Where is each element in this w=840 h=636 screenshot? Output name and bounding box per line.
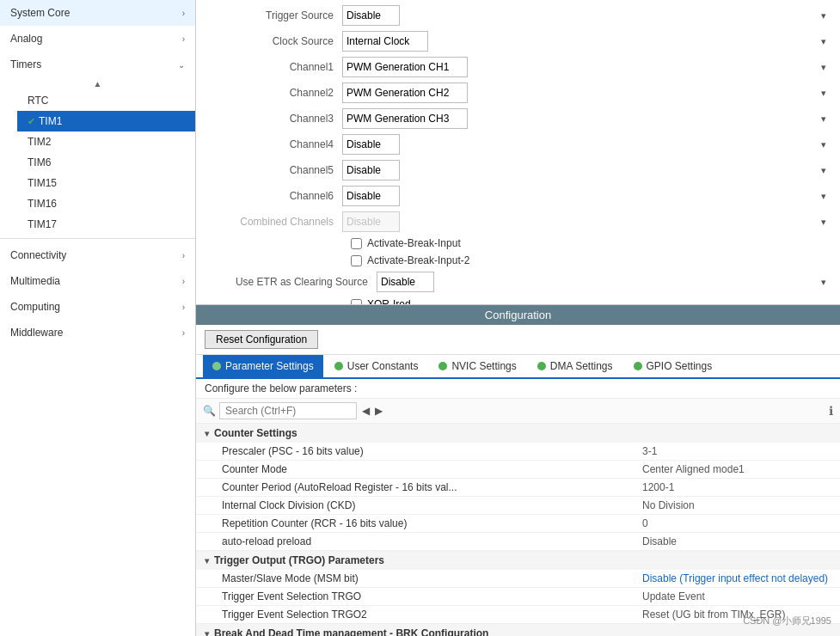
check-icon: ✔ [28,116,35,127]
use-etr-select-wrapper: Disable [377,272,831,292]
configuration-toolbar: Reset Configuration [196,325,840,355]
tab-dma-settings[interactable]: DMA Settings [528,355,622,377]
tab-label-nvic-settings: NVIC Settings [451,360,516,372]
channel4-select[interactable]: Disable [342,134,400,155]
channel1-select[interactable]: PWM Generation CH1 [342,57,468,77]
clock-source-select[interactable]: Internal Clock [342,31,428,52]
collapse-icon-trgo: ▾ [205,556,209,566]
sidebar-item-middleware[interactable]: Middleware › [0,320,195,346]
channel2-select[interactable]: PWM Generation CH2 [342,83,468,103]
chevron-down-icon: ⌄ [178,60,185,70]
chevron-right-icon: › [182,9,185,18]
param-row-counter-period: Counter Period (AutoReload Register - 16… [196,479,840,497]
timers-collapse-arrow[interactable]: ▲ [0,77,195,90]
tab-parameter-settings[interactable]: Parameter Settings [203,355,323,377]
counter-settings-header[interactable]: ▾ Counter Settings [196,424,840,443]
sidebar-item-tim15[interactable]: TIM15 [17,173,195,193]
param-value-ckd: No Division [642,499,831,511]
nav-prev-button[interactable]: ◀ [362,405,370,417]
channel4-row: Channel4 Disable [205,134,831,155]
param-row-trgo: Trigger Event Selection TRGO Update Even… [196,588,840,606]
counter-settings-group: ▾ Counter Settings Prescaler (PSC - 16 b… [196,424,840,551]
channel1-row: Channel1 PWM Generation CH1 [205,57,831,77]
param-name-prescaler: Prescaler (PSC - 16 bits value) [222,445,642,457]
param-value-rcr: 0 [642,517,831,529]
sidebar-item-connectivity[interactable]: Connectivity › [0,242,195,268]
sidebar-item-tim1[interactable]: ✔ TIM1 [17,111,195,131]
rtc-label: RTC [28,95,48,107]
tim16-label: TIM16 [28,198,57,210]
tab-icon-gpio-settings [634,362,642,370]
channel5-select-wrapper: Disable [342,160,831,180]
sidebar-item-tim17[interactable]: TIM17 [17,214,195,235]
reset-configuration-button[interactable]: Reset Configuration [205,330,318,349]
partial-row: XOR-Ired... [205,297,831,305]
divider [0,238,195,239]
sidebar-item-analog[interactable]: Analog › [0,26,195,52]
channel5-row: Channel5 Disable [205,160,831,180]
trigger-output-header[interactable]: ▾ Trigger Output (TRGO) Parameters [196,551,840,570]
param-row-rcr: Repetition Counter (RCR - 16 bits value)… [196,515,840,533]
channel4-select-wrapper: Disable [342,134,831,155]
param-name-rcr: Repetition Counter (RCR - 16 bits value) [222,517,642,529]
clock-source-select-wrapper: Internal Clock [342,31,831,52]
parameters-area: Configure the below parameters : 🔍 ◀ ▶ ℹ… [196,379,840,636]
chevron-right-icon: › [182,251,185,260]
sidebar-item-system-core[interactable]: System Core › [0,0,195,26]
partial-label: XOR-Ired... [367,298,420,305]
activate-break-input-2-checkbox[interactable] [351,255,362,266]
param-name-counter-mode: Counter Mode [222,463,642,475]
sidebar-item-computing[interactable]: Computing › [0,294,195,320]
param-row-auto-reload: auto-reload preload Disable [196,533,840,551]
trigger-source-row: Trigger Source Disable [205,5,831,26]
combined-channels-label: Combined Channels [205,216,342,228]
sidebar-item-timers[interactable]: Timers ⌄ [0,52,195,77]
clock-source-label: Clock Source [205,35,342,47]
channel3-label: Channel3 [205,113,342,125]
combined-channels-row: Combined Channels Disable [205,211,831,232]
channel5-select[interactable]: Disable [342,160,400,180]
configuration-tabs: Parameter Settings User Constants NVIC S… [196,355,840,379]
tab-gpio-settings[interactable]: GPIO Settings [624,355,722,377]
channel6-select[interactable]: Disable [342,186,400,206]
tab-label-gpio-settings: GPIO Settings [647,360,713,372]
tab-nvic-settings[interactable]: NVIC Settings [429,355,525,377]
use-etr-select[interactable]: Disable [377,272,434,292]
tab-icon-parameter-settings [212,362,221,370]
param-name-ckd: Internal Clock Division (CKD) [222,499,642,511]
param-value-auto-reload: Disable [642,535,831,547]
combined-channels-select[interactable]: Disable [342,211,400,232]
channel6-select-wrapper: Disable [342,186,831,206]
activate-break-input-row: Activate-Break-Input [205,237,831,249]
search-icon: 🔍 [203,405,216,417]
timers-submenu: RTC ✔ TIM1 TIM2 TIM6 TIM15 TIM16 TIM17 [0,90,195,235]
tim6-label: TIM6 [28,156,51,168]
nav-next-button[interactable]: ▶ [375,405,383,417]
sidebar-item-multimedia[interactable]: Multimedia › [0,268,195,294]
chevron-right-icon: › [182,303,185,312]
param-row-msm: Master/Slave Mode (MSM bit) Disable (Tri… [196,570,840,588]
tab-user-constants[interactable]: User Constants [325,355,428,377]
sidebar-item-tim16[interactable]: TIM16 [17,193,195,214]
chevron-right-icon: › [182,328,185,338]
sidebar-item-tim2[interactable]: TIM2 [17,131,195,152]
param-value-prescaler: 3-1 [642,445,831,457]
sidebar-item-rtc[interactable]: RTC [17,90,195,111]
tab-icon-nvic-settings [438,362,447,370]
channel2-row: Channel2 PWM Generation CH2 [205,83,831,103]
trigger-source-select[interactable]: Disable [342,5,400,26]
channel4-label: Channel4 [205,138,342,150]
channel2-select-wrapper: PWM Generation CH2 [342,83,831,103]
sidebar-item-tim6[interactable]: TIM6 [17,152,195,173]
trigger-output-label: Trigger Output (TRGO) Parameters [214,554,384,566]
activate-break-input-checkbox[interactable] [351,238,362,249]
partial-checkbox[interactable] [351,299,362,306]
channel3-select[interactable]: PWM Generation CH3 [342,108,468,129]
configuration-title: Configuration [485,309,551,321]
param-name-trgo: Trigger Event Selection TRGO [222,590,642,602]
sidebar: System Core › Analog › Timers ⌄ ▲ RTC ✔ … [0,0,196,636]
search-input[interactable] [219,402,357,419]
channel6-row: Channel6 Disable [205,186,831,206]
param-name-trgo2: Trigger Event Selection TRGO2 [222,608,642,621]
info-icon: ℹ [829,404,833,418]
